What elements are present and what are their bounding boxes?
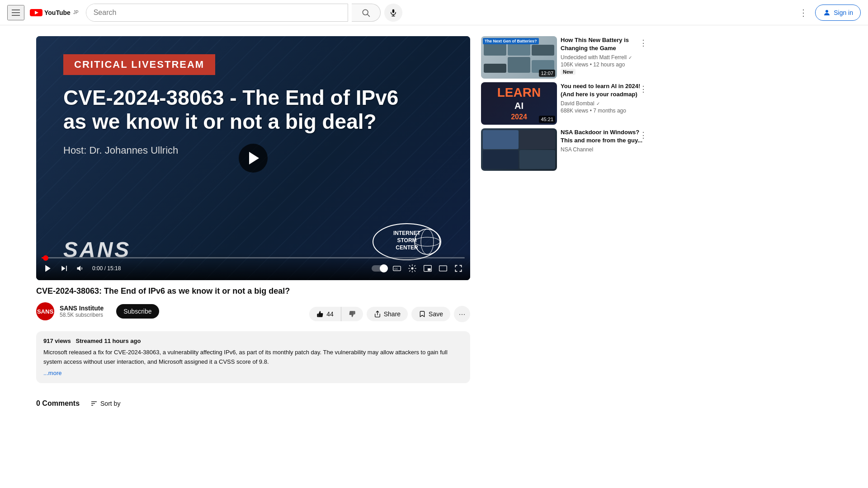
- more-actions-button[interactable]: ···: [454, 306, 470, 322]
- sidebar-video-nsa[interactable]: NSA Backdoor in Windows? This and more f…: [481, 128, 649, 171]
- theater-button[interactable]: [437, 262, 449, 275]
- search-input[interactable]: [86, 4, 348, 21]
- play-icon: [249, 152, 259, 164]
- like-button[interactable]: 44: [309, 307, 341, 321]
- show-more-button[interactable]: ...more: [43, 369, 463, 378]
- sidebar-meta-battery: 106K views • 12 hours ago: [561, 61, 649, 68]
- play-pause-button[interactable]: [42, 262, 54, 275]
- sidebar-channel-ai: David Bombal ✓: [561, 100, 649, 107]
- sidebar-channel-nsa: NSA Channel: [561, 146, 649, 153]
- save-button[interactable]: Save: [411, 307, 450, 321]
- desc-meta: 917 views Streamed 11 hours ago: [43, 337, 463, 346]
- sidebar-thumb-nsa: [481, 128, 557, 171]
- play-button-overlay[interactable]: [239, 144, 268, 173]
- channel-name[interactable]: SANS Institute: [60, 305, 104, 312]
- time-display: 0:00 / 15:18: [92, 265, 121, 272]
- description-text: Microsoft released a fix for CVE-2024-38…: [43, 348, 463, 367]
- svg-point-8: [826, 10, 828, 13]
- video-controls: 0:00 / 15:18 CC: [36, 253, 470, 280]
- progress-bar[interactable]: [42, 257, 465, 258]
- share-label: Share: [384, 310, 401, 318]
- new-label: New: [561, 69, 576, 75]
- action-row: 44 Share: [309, 306, 470, 322]
- miniplayer-icon: [423, 264, 432, 273]
- sidebar-info-nsa: NSA Backdoor in Windows? This and more f…: [561, 128, 649, 171]
- volume-button[interactable]: [74, 262, 87, 275]
- header-left: YouTube JP: [7, 5, 79, 20]
- sort-by-button[interactable]: Sort by: [90, 400, 120, 407]
- sign-in-label: Sign in: [834, 9, 853, 16]
- svg-marker-19: [77, 266, 81, 271]
- verified-icon: ✓: [628, 55, 632, 60]
- youtube-logo[interactable]: YouTube JP: [30, 8, 79, 17]
- svg-rect-18: [66, 266, 67, 271]
- settings-icon: [408, 264, 417, 273]
- autoplay-toggle: [372, 265, 388, 272]
- more-options-button[interactable]: ⋮: [795, 4, 811, 22]
- menu-button[interactable]: [7, 5, 24, 20]
- sidebar-more-button-battery[interactable]: ⋮: [639, 38, 647, 48]
- sidebar-more-button-ai[interactable]: ⋮: [639, 84, 647, 94]
- sign-in-button[interactable]: Sign in: [815, 5, 861, 21]
- svg-marker-16: [45, 265, 51, 272]
- search-icon: [361, 8, 370, 17]
- video-info-title: CVE-2024-38063: The End of IPv6 as we kn…: [36, 286, 470, 297]
- svg-text:STORM: STORM: [397, 237, 416, 244]
- search-button[interactable]: [352, 4, 381, 22]
- main-layout: CRITICAL LIVESTREAM CVE-2024-38063 - The…: [0, 25, 868, 415]
- progress-dot: [43, 255, 48, 261]
- toggle-knob: [380, 264, 388, 272]
- channel-action-row: SANS SANS Institute 58.5K subscribers Su…: [36, 302, 470, 326]
- video-title-overlay: CVE-2024-38063 - The End of IPv6 as we k…: [63, 86, 443, 134]
- youtube-region-label: JP: [73, 10, 79, 15]
- save-icon: [419, 310, 426, 318]
- volume-icon: [76, 264, 85, 273]
- sidebar-video-battery[interactable]: The Next Gen of Batteries? 12:07 How Thi…: [481, 36, 649, 79]
- dislike-button[interactable]: [341, 307, 363, 321]
- description-box[interactable]: 917 views Streamed 11 hours ago Microsof…: [36, 331, 470, 383]
- svg-point-22: [411, 267, 414, 270]
- thumbs-down-icon: [349, 310, 356, 318]
- view-count: 917 views: [43, 338, 71, 344]
- duration-badge-ai: 45:21: [539, 116, 555, 123]
- miniplayer-button[interactable]: [421, 262, 434, 275]
- sidebar-more-button-nsa[interactable]: ⋮: [639, 130, 647, 140]
- mic-icon: [389, 9, 397, 17]
- sidebar-thumb-ai: LEARN AI 2024 45:21: [481, 82, 557, 125]
- channel-info: SANS Institute 58.5K subscribers: [60, 305, 104, 318]
- next-icon: [60, 264, 69, 273]
- channel-avatar: SANS: [36, 302, 54, 320]
- sidebar-info-ai: You need to learn AI in 2024! (And here …: [561, 82, 649, 125]
- fullscreen-icon: [454, 264, 463, 273]
- header: YouTube JP ⋮: [0, 0, 868, 25]
- toggle-bar[interactable]: [372, 265, 388, 272]
- mic-button[interactable]: [384, 4, 402, 22]
- top-badge: The Next Gen of Batteries?: [483, 38, 539, 44]
- svg-rect-25: [439, 266, 447, 271]
- comments-section: 0 Comments Sort by: [36, 399, 470, 408]
- sidebar-video-ai[interactable]: LEARN AI 2024 45:21 You need to learn AI…: [481, 82, 649, 125]
- thumbs-up-icon: [316, 310, 324, 318]
- subscribe-button[interactable]: Subscribe: [116, 304, 159, 319]
- svg-text:YouTube: YouTube: [44, 9, 71, 16]
- sort-by-label: Sort by: [100, 400, 120, 407]
- search-bar: [86, 4, 348, 22]
- video-player[interactable]: CRITICAL LIVESTREAM CVE-2024-38063 - The…: [36, 36, 470, 280]
- video-thumbnail: CRITICAL LIVESTREAM CVE-2024-38063 - The…: [36, 36, 470, 280]
- like-dislike-group: 44: [309, 307, 363, 321]
- sidebar-thumb-battery: The Next Gen of Batteries? 12:07: [481, 36, 557, 79]
- streamed-date: Streamed 11 hours ago: [76, 338, 141, 344]
- share-button[interactable]: Share: [367, 307, 408, 321]
- svg-text:CC: CC: [394, 267, 398, 270]
- fullscreen-button[interactable]: [452, 262, 465, 275]
- header-right: ⋮ Sign in: [795, 4, 861, 22]
- settings-button[interactable]: [406, 262, 419, 275]
- like-count: 44: [326, 310, 334, 318]
- channel-subs: 58.5K subscribers: [60, 312, 104, 318]
- sidebar-title-nsa: NSA Backdoor in Windows? This and more f…: [561, 128, 649, 145]
- svg-marker-17: [61, 266, 65, 271]
- controls-right: CC: [372, 262, 465, 275]
- theater-icon: [439, 264, 448, 273]
- next-button[interactable]: [58, 262, 71, 275]
- captions-button[interactable]: CC: [391, 262, 403, 275]
